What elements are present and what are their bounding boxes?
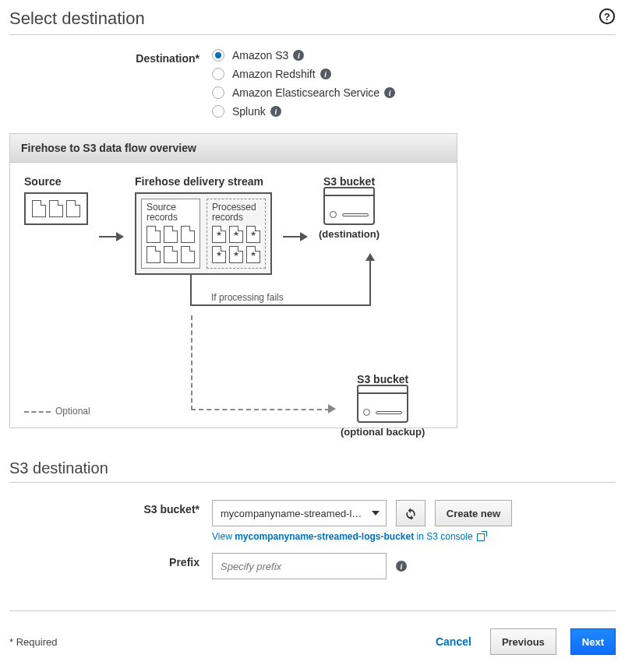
radio-icon [212, 68, 224, 80]
radio-label: Amazon S3 [232, 49, 288, 62]
fds-box: Sourcerecords Processedrecor [135, 192, 272, 275]
radio-label: Amazon Redshift [232, 68, 316, 80]
source-box [24, 192, 88, 225]
radio-amazon-es[interactable]: Amazon Elasticsearch Service i [212, 86, 616, 99]
external-link-icon [477, 533, 485, 541]
s3-bucket-row: S3 bucket* mycompanyname-streamed-log… C… [9, 500, 616, 542]
diagram-title: Firehose to S3 data flow overview [10, 134, 457, 163]
s3-bucket-value: mycompanyname-streamed-log… [221, 508, 367, 519]
document-star-icon [246, 226, 260, 243]
source-label: Source [24, 175, 88, 188]
radio-splunk[interactable]: Splunk i [212, 105, 616, 118]
document-icon [66, 200, 80, 217]
source-records-label: Sourcerecords [147, 202, 195, 223]
page-title: Select destination [9, 9, 145, 29]
backup-caption: (optional backup) [341, 426, 425, 438]
radio-icon [212, 49, 224, 62]
radio-amazon-s3[interactable]: Amazon S3 i [212, 49, 616, 62]
info-icon[interactable]: i [384, 87, 395, 98]
radio-label: Splunk [232, 105, 266, 118]
processed-records-group: Processedrecords [207, 199, 266, 269]
radio-amazon-redshift[interactable]: Amazon Redshift i [212, 68, 616, 80]
diagram-fds: Firehose delivery stream Sourcerecords [135, 175, 272, 275]
arrow-right-icon [99, 227, 124, 246]
fail-text: If processing fails [211, 292, 284, 303]
previous-button[interactable]: Previous [490, 628, 556, 655]
refresh-button[interactable] [396, 500, 425, 526]
document-star-icon [212, 226, 226, 243]
cancel-link[interactable]: Cancel [436, 635, 471, 648]
s3-bucket-label: S3 bucket* [9, 500, 212, 542]
view-in-console-link[interactable]: View mycompanyname-streamed-logs-bucket … [212, 531, 616, 542]
info-icon[interactable]: i [293, 50, 304, 61]
destination-options: Amazon S3 i Amazon Redshift i Amazon Ela… [212, 49, 616, 124]
s3-destination-heading: S3 destination [9, 459, 616, 483]
document-icon [181, 246, 195, 263]
prefix-row: Prefix i [9, 553, 616, 579]
document-icon [181, 226, 195, 243]
info-icon[interactable]: i [396, 561, 407, 572]
diagram-panel: Firehose to S3 data flow overview Source… [9, 133, 457, 428]
radio-icon [212, 105, 224, 118]
radio-icon [212, 86, 224, 99]
document-icon [49, 200, 63, 217]
document-icon [147, 226, 161, 243]
s3-label: S3 bucket [341, 373, 425, 385]
diagram-backup-bucket: S3 bucket (optional backup) [341, 373, 425, 438]
document-star-icon [212, 246, 226, 263]
info-icon[interactable]: i [270, 106, 281, 117]
info-icon[interactable]: i [320, 69, 331, 79]
page-header: Select destination ? [9, 8, 616, 35]
document-star-icon [229, 246, 243, 263]
fds-label: Firehose delivery stream [135, 175, 272, 188]
help-icon[interactable]: ? [599, 8, 616, 30]
diagram-legend: Optional [24, 406, 90, 417]
destination-row: Destination* Amazon S3 i Amazon Redshift… [9, 49, 616, 124]
create-new-button[interactable]: Create new [435, 500, 512, 526]
refresh-icon [404, 507, 417, 519]
document-icon [164, 226, 178, 243]
document-star-icon [229, 226, 243, 243]
document-icon [32, 200, 46, 217]
diagram-body: Source Firehose delivery stream Sourcere… [10, 163, 457, 427]
svg-text:?: ? [604, 11, 610, 23]
destination-label: Destination* [9, 49, 212, 124]
document-star-icon [246, 246, 260, 263]
processed-records-label: Processedrecords [212, 202, 260, 223]
radio-label: Amazon Elasticsearch Service [232, 86, 380, 99]
s3-label: S3 bucket [319, 175, 380, 188]
footer: * Required Cancel Previous Next [9, 610, 616, 655]
next-button[interactable]: Next [570, 628, 616, 655]
document-icon [147, 246, 161, 263]
diagram-source: Source [24, 175, 88, 225]
document-icon [164, 246, 178, 263]
bucket-icon [357, 390, 408, 423]
chevron-down-icon [372, 511, 380, 515]
prefix-label: Prefix [9, 553, 212, 579]
dest-caption: (destination) [319, 228, 380, 240]
arrow-right-icon [283, 227, 308, 246]
required-note: * Required [9, 636, 57, 648]
source-records-group: Sourcerecords [141, 199, 200, 269]
prefix-input[interactable] [212, 553, 387, 579]
diagram-dest-bucket: S3 bucket (destination) [319, 175, 380, 240]
s3-bucket-select[interactable]: mycompanyname-streamed-log… [212, 500, 387, 526]
bucket-icon [323, 192, 375, 225]
